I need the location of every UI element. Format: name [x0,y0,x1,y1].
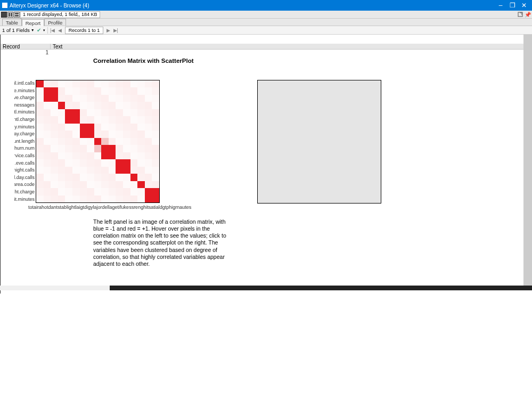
matrix-cell[interactable] [116,196,123,202]
matrix-cell[interactable] [152,116,159,123]
matrix-cell[interactable] [72,116,80,123]
matrix-cell[interactable] [51,102,58,109]
matrix-cell[interactable] [94,174,102,181]
matrix-cell[interactable] [51,167,58,174]
matrix-cell[interactable] [101,196,109,202]
matrix-cell[interactable] [36,181,44,188]
matrix-cell[interactable] [65,145,72,152]
matrix-cell[interactable] [101,138,109,145]
matrix-cell[interactable] [123,181,130,188]
matrix-cell[interactable] [116,95,123,102]
matrix-cell[interactable] [152,196,159,202]
matrix-cell[interactable] [44,80,51,87]
matrix-cell[interactable] [65,80,72,87]
matrix-cell[interactable] [145,109,152,116]
matrix-cell[interactable] [145,138,152,145]
matrix-cell[interactable] [94,95,102,102]
matrix-cell[interactable] [65,131,72,137]
matrix-cell[interactable] [109,152,116,159]
matrix-cell[interactable] [80,102,87,109]
matrix-cell[interactable] [44,124,51,131]
minimize-button[interactable]: – [495,0,506,11]
matrix-cell[interactable] [101,152,109,159]
matrix-cell[interactable] [36,159,44,166]
matrix-cell[interactable] [80,196,87,202]
matrix-cell[interactable] [80,159,87,166]
matrix-cell[interactable] [87,80,94,87]
matrix-cell[interactable] [80,80,87,87]
matrix-cell[interactable] [87,138,94,145]
matrix-cell[interactable] [72,196,80,202]
matrix-cell[interactable] [145,95,152,102]
matrix-cell[interactable] [51,138,58,145]
last-record-button[interactable]: ▶| [113,28,118,33]
matrix-cell[interactable] [145,87,152,94]
matrix-cell[interactable] [94,102,102,109]
matrix-cell[interactable] [109,131,116,137]
matrix-cell[interactable] [130,145,138,152]
matrix-cell[interactable] [116,131,123,137]
matrix-cell[interactable] [137,181,145,188]
matrix-cell[interactable] [130,196,138,202]
matrix-cell[interactable] [101,131,109,137]
matrix-cell[interactable] [87,181,94,188]
matrix-cell[interactable] [65,124,72,131]
matrix-cell[interactable] [109,80,116,87]
matrix-cell[interactable] [94,145,102,152]
matrix-cell[interactable] [80,109,87,116]
close-button[interactable]: ✕ [518,0,530,11]
matrix-cell[interactable] [51,124,58,131]
matrix-cell[interactable] [101,145,109,152]
matrix-cell[interactable] [130,124,138,131]
fields-dropdown[interactable]: 1 of 1 Fields ▼ [2,27,35,33]
matrix-cell[interactable] [145,188,152,195]
matrix-cell[interactable] [51,174,58,181]
matrix-cell[interactable] [94,159,102,166]
matrix-cell[interactable] [152,87,159,94]
matrix-cell[interactable] [130,174,138,181]
matrix-cell[interactable] [51,109,58,116]
matrix-cell[interactable] [65,159,72,166]
matrix-cell[interactable] [130,95,138,102]
next-record-button[interactable]: ▶ [105,28,111,33]
matrix-cell[interactable] [51,181,58,188]
layout-single-icon[interactable] [1,12,7,18]
matrix-cell[interactable] [123,159,130,166]
matrix-cell[interactable] [36,152,44,159]
matrix-cell[interactable] [130,167,138,174]
matrix-cell[interactable] [152,80,159,87]
matrix-cell[interactable] [137,124,145,131]
matrix-cell[interactable] [36,131,44,137]
matrix-cell[interactable] [137,116,145,123]
matrix-cell[interactable] [116,80,123,87]
matrix-cell[interactable] [65,95,72,102]
matrix-cell[interactable] [130,131,138,137]
matrix-cell[interactable] [116,145,123,152]
matrix-cell[interactable] [123,116,130,123]
matrix-cell[interactable] [145,174,152,181]
matrix-cell[interactable] [58,138,66,145]
matrix-cell[interactable] [130,80,138,87]
matrix-cell[interactable] [101,95,109,102]
matrix-cell[interactable] [123,167,130,174]
matrix-cell[interactable] [109,159,116,166]
layout-split-v-icon[interactable] [7,12,13,18]
matrix-cell[interactable] [137,145,145,152]
matrix-cell[interactable] [109,181,116,188]
matrix-cell[interactable] [123,124,130,131]
matrix-cell[interactable] [58,80,66,87]
matrix-cell[interactable] [65,196,72,202]
matrix-cell[interactable] [145,181,152,188]
matrix-cell[interactable] [116,109,123,116]
matrix-cell[interactable] [145,124,152,131]
matrix-cell[interactable] [145,80,152,87]
matrix-cell[interactable] [123,102,130,109]
matrix-cell[interactable] [80,167,87,174]
matrix-cell[interactable] [51,80,58,87]
matrix-cell[interactable] [58,116,66,123]
matrix-cell[interactable] [65,152,72,159]
matrix-cell[interactable] [72,138,80,145]
matrix-cell[interactable] [44,196,51,202]
matrix-cell[interactable] [101,80,109,87]
prev-record-button[interactable]: ◀ [58,28,63,33]
